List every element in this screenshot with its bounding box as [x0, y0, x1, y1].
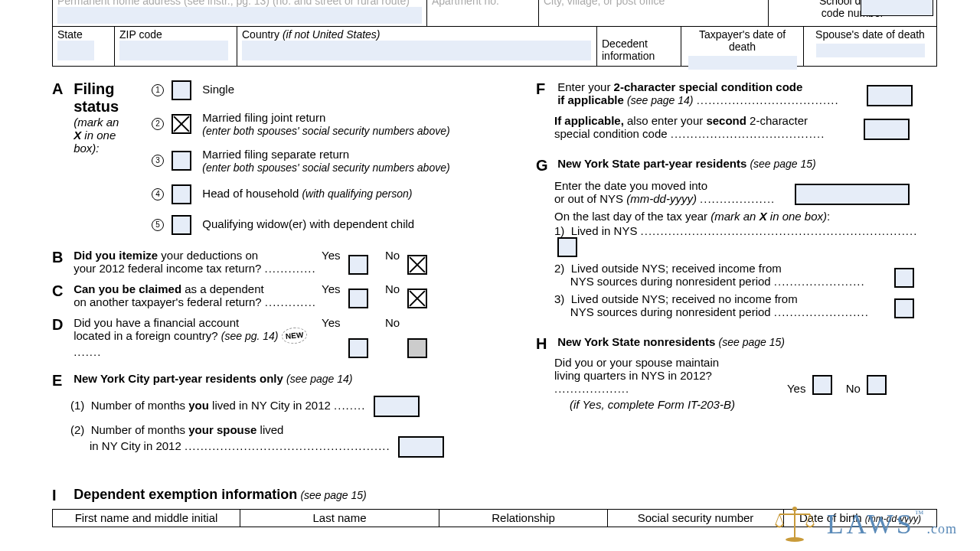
letter-d: D	[52, 316, 70, 334]
g-opt2a: Lived outside NYS; received income from	[571, 262, 782, 275]
apt-label: Apartment no.	[432, 0, 534, 7]
g-l1: Enter the date you moved into	[554, 179, 707, 192]
svg-point-7	[792, 507, 797, 511]
g-date-input[interactable]	[795, 184, 910, 205]
e-l1a: Number of months	[91, 399, 189, 412]
filing-qw-checkbox[interactable]	[172, 215, 191, 235]
d-line1: Did you have a financial account	[74, 316, 239, 329]
g-opt3b: NYS sources during nonresident period	[570, 305, 771, 318]
e-months-spouse-input[interactable]	[398, 436, 444, 458]
g-opt3-checkbox[interactable]	[894, 298, 914, 318]
c-line2: on another taxpayer's federal return?	[74, 295, 262, 308]
g-title-note: (see page 15)	[750, 158, 815, 170]
country-input[interactable]	[242, 41, 591, 60]
svg-point-6	[786, 537, 804, 542]
letter-c: C	[52, 282, 70, 300]
filing-note1: (mark an	[74, 116, 119, 129]
b-no-checkbox[interactable]	[407, 255, 427, 275]
letter-a: A	[52, 80, 70, 98]
f-l2a: if applicable	[557, 93, 624, 106]
g-l2b: (mm-dd-yyyy)	[626, 192, 697, 205]
b-no: No	[385, 249, 400, 262]
letter-h: H	[536, 335, 554, 353]
zip-input[interactable]	[119, 41, 228, 60]
g-opt1-checkbox[interactable]	[557, 237, 577, 257]
country-note: (if not United States)	[283, 28, 381, 41]
filing-mfs-note: (enter both spouses' social security num…	[202, 161, 449, 174]
b-line2: your 2012 federal income tax return?	[74, 262, 261, 275]
i-title-note: (see page 15)	[300, 489, 366, 501]
e-months-you-input[interactable]	[374, 396, 420, 417]
g-l2a: or out of NYS	[554, 192, 626, 205]
filing-single-checkbox[interactable]	[172, 80, 191, 100]
h-l1: Did you or your spouse maintain	[554, 356, 719, 369]
h-yes: Yes	[787, 382, 805, 395]
h-yes-checkbox[interactable]	[812, 375, 832, 395]
svg-line-4	[806, 514, 810, 524]
d-no: No	[385, 316, 400, 329]
school-district-code-input[interactable]	[861, 0, 933, 16]
new-badge-icon: NEW	[281, 327, 308, 345]
g-opt2b: NYS sources during nonresident period	[570, 275, 771, 288]
filing-mfj-note: (enter both spouses' social security num…	[202, 125, 449, 137]
i-col4: Social security number	[608, 509, 784, 527]
circ-5: 5	[152, 219, 164, 231]
e-l2b: your spouse	[188, 423, 256, 436]
g-l3c: X	[760, 210, 767, 223]
g-opt1: Lived in NYS	[571, 224, 638, 237]
b-yes-checkbox[interactable]	[348, 255, 368, 275]
f-code2-input[interactable]	[864, 119, 910, 140]
taxpayer-death-label: Taxpayer's date of death	[699, 28, 786, 53]
filing-note3: in one	[81, 129, 116, 142]
circ-3: 3	[152, 155, 164, 167]
g-opt2-checkbox[interactable]	[894, 268, 914, 288]
e-title: New York City part-year residents only	[74, 372, 283, 385]
f-l4: special condition code	[554, 127, 668, 140]
filing-qw-label: Qualifying widow(er) with dependent chil…	[202, 217, 414, 230]
g-l3b: (mark an	[710, 210, 759, 223]
state-label: State	[57, 28, 109, 41]
spouse-death-input[interactable]	[816, 44, 925, 57]
spouse-death-label: Spouse's date of death	[815, 28, 925, 41]
i-col3: Relationship	[439, 509, 608, 527]
i-col1: First name and middle initial	[52, 509, 240, 527]
b-line1b: your deductions on	[158, 249, 258, 262]
f-l3a: If applicable,	[554, 114, 624, 127]
d-no-checkbox[interactable]	[407, 338, 427, 358]
f-l3c: second	[706, 114, 746, 127]
g-opt3a: Lived outside NYS; received no income fr…	[571, 292, 798, 305]
i-title: Dependent exemption information	[74, 487, 297, 502]
e-l1b: you	[188, 399, 209, 412]
logo-suffix: .com	[927, 521, 958, 536]
filing-title2: status	[74, 98, 119, 115]
filing-mfs-checkbox[interactable]	[172, 151, 191, 171]
state-input[interactable]	[57, 41, 94, 60]
e-title-note: (see page 14)	[286, 373, 352, 385]
f-code1-input[interactable]	[867, 85, 913, 106]
g-l3d: in one box)	[767, 210, 827, 223]
circ-2: 2	[152, 118, 164, 130]
circ-1: 1	[152, 84, 164, 96]
filing-mfj-checkbox[interactable]	[172, 114, 191, 134]
f-l1a: Enter your	[557, 80, 613, 93]
logo-tm: ™	[915, 508, 927, 519]
d-yes: Yes	[322, 316, 340, 329]
h-note: (if Yes, complete Form IT-203-B)	[570, 398, 940, 411]
d-yes-checkbox[interactable]	[348, 338, 368, 358]
letter-i: I	[52, 487, 70, 504]
b-line1a: Did you itemize	[74, 249, 158, 262]
letter-f: F	[536, 80, 554, 98]
c-yes-checkbox[interactable]	[348, 289, 368, 308]
c-no-checkbox[interactable]	[407, 289, 427, 308]
zip-label: ZIP code	[119, 28, 232, 41]
taxpayer-death-input[interactable]	[688, 56, 797, 70]
filing-hoh-checkbox[interactable]	[172, 184, 191, 204]
i-col2: Last name	[240, 509, 439, 527]
letter-e: E	[52, 372, 70, 390]
d-line2: located in a foreign country?	[74, 329, 217, 342]
f-l1b: 2-character special condition code	[614, 80, 803, 93]
d-note: (see pg. 14)	[221, 330, 279, 342]
filing-mfs-label: Married filing separate return	[202, 148, 349, 161]
country-label: Country	[242, 28, 279, 41]
h-no-checkbox[interactable]	[867, 375, 887, 395]
